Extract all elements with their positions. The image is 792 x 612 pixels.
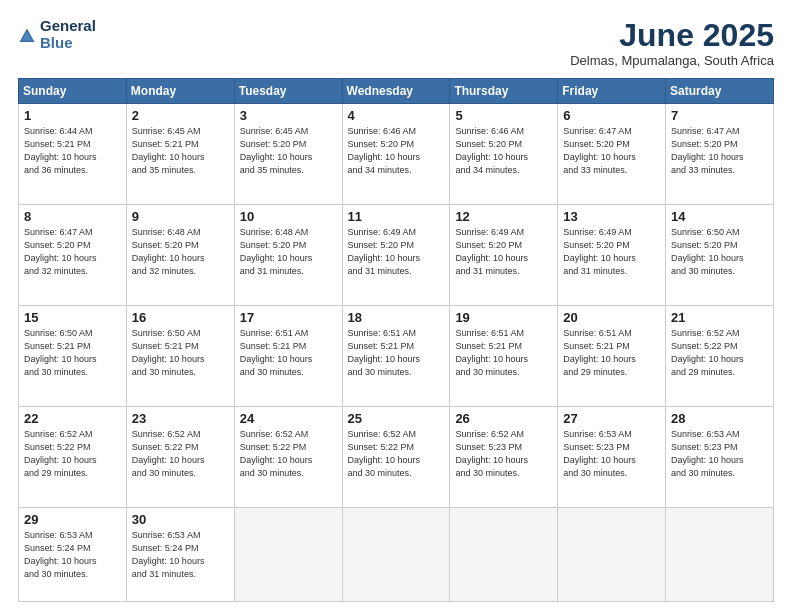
- logo-line2: Blue: [40, 35, 96, 52]
- table-row: 23Sunrise: 6:52 AM Sunset: 5:22 PM Dayli…: [126, 407, 234, 508]
- day-number: 12: [455, 209, 552, 224]
- day-number: 22: [24, 411, 121, 426]
- day-number: 20: [563, 310, 660, 325]
- table-row: 14Sunrise: 6:50 AM Sunset: 5:20 PM Dayli…: [666, 205, 774, 306]
- table-row: 12Sunrise: 6:49 AM Sunset: 5:20 PM Dayli…: [450, 205, 558, 306]
- table-row: [666, 508, 774, 602]
- day-number: 26: [455, 411, 552, 426]
- day-info: Sunrise: 6:47 AM Sunset: 5:20 PM Dayligh…: [671, 125, 768, 177]
- day-info: Sunrise: 6:53 AM Sunset: 5:24 PM Dayligh…: [132, 529, 229, 581]
- table-row: 27Sunrise: 6:53 AM Sunset: 5:23 PM Dayli…: [558, 407, 666, 508]
- day-number: 23: [132, 411, 229, 426]
- table-row: [558, 508, 666, 602]
- header: General Blue June 2025 Delmas, Mpumalang…: [18, 18, 774, 68]
- calendar-week-row: 29Sunrise: 6:53 AM Sunset: 5:24 PM Dayli…: [19, 508, 774, 602]
- day-number: 30: [132, 512, 229, 527]
- day-info: Sunrise: 6:46 AM Sunset: 5:20 PM Dayligh…: [348, 125, 445, 177]
- day-info: Sunrise: 6:47 AM Sunset: 5:20 PM Dayligh…: [24, 226, 121, 278]
- table-row: 11Sunrise: 6:49 AM Sunset: 5:20 PM Dayli…: [342, 205, 450, 306]
- col-saturday: Saturday: [666, 79, 774, 104]
- table-row: [234, 508, 342, 602]
- day-info: Sunrise: 6:49 AM Sunset: 5:20 PM Dayligh…: [348, 226, 445, 278]
- day-info: Sunrise: 6:53 AM Sunset: 5:23 PM Dayligh…: [563, 428, 660, 480]
- col-friday: Friday: [558, 79, 666, 104]
- day-info: Sunrise: 6:46 AM Sunset: 5:20 PM Dayligh…: [455, 125, 552, 177]
- day-info: Sunrise: 6:51 AM Sunset: 5:21 PM Dayligh…: [240, 327, 337, 379]
- day-number: 11: [348, 209, 445, 224]
- table-row: 30Sunrise: 6:53 AM Sunset: 5:24 PM Dayli…: [126, 508, 234, 602]
- calendar-header-row: Sunday Monday Tuesday Wednesday Thursday…: [19, 79, 774, 104]
- table-row: 10Sunrise: 6:48 AM Sunset: 5:20 PM Dayli…: [234, 205, 342, 306]
- table-row: [342, 508, 450, 602]
- day-number: 16: [132, 310, 229, 325]
- calendar-week-row: 15Sunrise: 6:50 AM Sunset: 5:21 PM Dayli…: [19, 306, 774, 407]
- table-row: 9Sunrise: 6:48 AM Sunset: 5:20 PM Daylig…: [126, 205, 234, 306]
- col-thursday: Thursday: [450, 79, 558, 104]
- table-row: 15Sunrise: 6:50 AM Sunset: 5:21 PM Dayli…: [19, 306, 127, 407]
- day-number: 19: [455, 310, 552, 325]
- month-title: June 2025: [570, 18, 774, 53]
- table-row: 3Sunrise: 6:45 AM Sunset: 5:20 PM Daylig…: [234, 104, 342, 205]
- page: General Blue June 2025 Delmas, Mpumalang…: [0, 0, 792, 612]
- day-info: Sunrise: 6:50 AM Sunset: 5:21 PM Dayligh…: [24, 327, 121, 379]
- day-number: 24: [240, 411, 337, 426]
- day-number: 1: [24, 108, 121, 123]
- day-number: 8: [24, 209, 121, 224]
- table-row: 24Sunrise: 6:52 AM Sunset: 5:22 PM Dayli…: [234, 407, 342, 508]
- day-number: 28: [671, 411, 768, 426]
- day-info: Sunrise: 6:48 AM Sunset: 5:20 PM Dayligh…: [240, 226, 337, 278]
- logo-text: General Blue: [40, 18, 96, 51]
- day-info: Sunrise: 6:52 AM Sunset: 5:22 PM Dayligh…: [24, 428, 121, 480]
- day-info: Sunrise: 6:52 AM Sunset: 5:22 PM Dayligh…: [240, 428, 337, 480]
- day-info: Sunrise: 6:49 AM Sunset: 5:20 PM Dayligh…: [563, 226, 660, 278]
- day-number: 18: [348, 310, 445, 325]
- table-row: 22Sunrise: 6:52 AM Sunset: 5:22 PM Dayli…: [19, 407, 127, 508]
- day-info: Sunrise: 6:51 AM Sunset: 5:21 PM Dayligh…: [563, 327, 660, 379]
- day-number: 10: [240, 209, 337, 224]
- day-number: 13: [563, 209, 660, 224]
- day-number: 7: [671, 108, 768, 123]
- table-row: 29Sunrise: 6:53 AM Sunset: 5:24 PM Dayli…: [19, 508, 127, 602]
- logo: General Blue: [18, 18, 96, 51]
- table-row: 1Sunrise: 6:44 AM Sunset: 5:21 PM Daylig…: [19, 104, 127, 205]
- day-info: Sunrise: 6:44 AM Sunset: 5:21 PM Dayligh…: [24, 125, 121, 177]
- day-number: 29: [24, 512, 121, 527]
- table-row: 4Sunrise: 6:46 AM Sunset: 5:20 PM Daylig…: [342, 104, 450, 205]
- day-info: Sunrise: 6:45 AM Sunset: 5:21 PM Dayligh…: [132, 125, 229, 177]
- table-row: 13Sunrise: 6:49 AM Sunset: 5:20 PM Dayli…: [558, 205, 666, 306]
- table-row: 18Sunrise: 6:51 AM Sunset: 5:21 PM Dayli…: [342, 306, 450, 407]
- logo-line1: General: [40, 18, 96, 35]
- day-info: Sunrise: 6:49 AM Sunset: 5:20 PM Dayligh…: [455, 226, 552, 278]
- day-number: 9: [132, 209, 229, 224]
- location-subtitle: Delmas, Mpumalanga, South Africa: [570, 53, 774, 68]
- table-row: 20Sunrise: 6:51 AM Sunset: 5:21 PM Dayli…: [558, 306, 666, 407]
- day-number: 27: [563, 411, 660, 426]
- table-row: 28Sunrise: 6:53 AM Sunset: 5:23 PM Dayli…: [666, 407, 774, 508]
- col-wednesday: Wednesday: [342, 79, 450, 104]
- day-number: 21: [671, 310, 768, 325]
- day-number: 3: [240, 108, 337, 123]
- col-tuesday: Tuesday: [234, 79, 342, 104]
- logo-icon: [18, 27, 36, 45]
- day-number: 25: [348, 411, 445, 426]
- day-number: 15: [24, 310, 121, 325]
- day-info: Sunrise: 6:52 AM Sunset: 5:22 PM Dayligh…: [348, 428, 445, 480]
- day-info: Sunrise: 6:45 AM Sunset: 5:20 PM Dayligh…: [240, 125, 337, 177]
- day-number: 5: [455, 108, 552, 123]
- table-row: 8Sunrise: 6:47 AM Sunset: 5:20 PM Daylig…: [19, 205, 127, 306]
- table-row: 6Sunrise: 6:47 AM Sunset: 5:20 PM Daylig…: [558, 104, 666, 205]
- table-row: 16Sunrise: 6:50 AM Sunset: 5:21 PM Dayli…: [126, 306, 234, 407]
- col-sunday: Sunday: [19, 79, 127, 104]
- day-info: Sunrise: 6:53 AM Sunset: 5:23 PM Dayligh…: [671, 428, 768, 480]
- calendar-table: Sunday Monday Tuesday Wednesday Thursday…: [18, 78, 774, 602]
- calendar-week-row: 22Sunrise: 6:52 AM Sunset: 5:22 PM Dayli…: [19, 407, 774, 508]
- day-number: 14: [671, 209, 768, 224]
- table-row: [450, 508, 558, 602]
- day-info: Sunrise: 6:52 AM Sunset: 5:22 PM Dayligh…: [671, 327, 768, 379]
- day-info: Sunrise: 6:53 AM Sunset: 5:24 PM Dayligh…: [24, 529, 121, 581]
- day-number: 6: [563, 108, 660, 123]
- table-row: 25Sunrise: 6:52 AM Sunset: 5:22 PM Dayli…: [342, 407, 450, 508]
- table-row: 21Sunrise: 6:52 AM Sunset: 5:22 PM Dayli…: [666, 306, 774, 407]
- day-info: Sunrise: 6:51 AM Sunset: 5:21 PM Dayligh…: [455, 327, 552, 379]
- day-info: Sunrise: 6:50 AM Sunset: 5:21 PM Dayligh…: [132, 327, 229, 379]
